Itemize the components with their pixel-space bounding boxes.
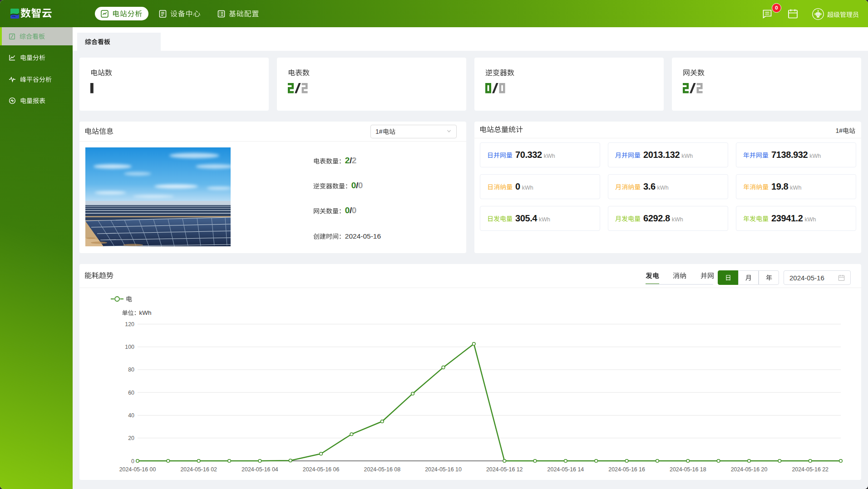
svg-text:80: 80 bbox=[128, 367, 134, 373]
svg-text:40: 40 bbox=[128, 412, 134, 419]
svg-text:100: 100 bbox=[125, 344, 134, 350]
svg-text:2024-05-16 00: 2024-05-16 00 bbox=[119, 466, 156, 473]
svg-text:2024-05-16 06: 2024-05-16 06 bbox=[303, 466, 340, 473]
svg-text:2024-05-16 12: 2024-05-16 12 bbox=[486, 466, 523, 473]
svg-text:2024-05-16 16: 2024-05-16 16 bbox=[608, 466, 645, 473]
svg-text:2024-05-16 22: 2024-05-16 22 bbox=[792, 466, 829, 473]
svg-text:2024-05-16 14: 2024-05-16 14 bbox=[547, 466, 584, 473]
svg-text:2024-05-16 08: 2024-05-16 08 bbox=[364, 466, 400, 473]
svg-text:20: 20 bbox=[128, 435, 134, 441]
svg-text:2024-05-16 04: 2024-05-16 04 bbox=[242, 466, 278, 473]
svg-text:2024-05-16 20: 2024-05-16 20 bbox=[731, 466, 768, 473]
svg-text:0: 0 bbox=[131, 458, 134, 465]
svg-text:2024-05-16 18: 2024-05-16 18 bbox=[670, 466, 706, 473]
svg-text:120: 120 bbox=[125, 321, 134, 328]
svg-text:2024-05-16 10: 2024-05-16 10 bbox=[425, 466, 462, 473]
svg-text:60: 60 bbox=[128, 390, 134, 396]
svg-text:2024-05-16 02: 2024-05-16 02 bbox=[180, 466, 217, 473]
